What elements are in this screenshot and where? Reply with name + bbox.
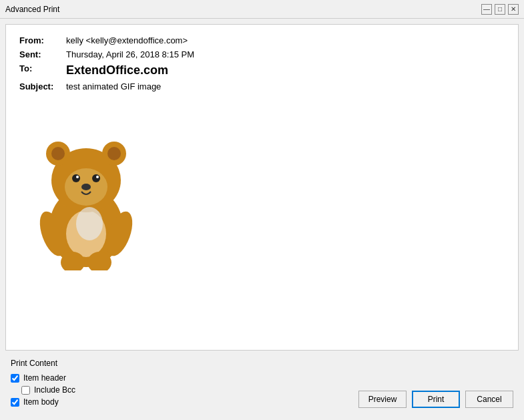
title-bar: Advanced Print — □ ✕ — [0, 0, 524, 19]
maximize-button[interactable]: □ — [495, 4, 505, 15]
item-header-row: Item header — [11, 373, 75, 383]
subject-label: Subject: — [19, 81, 66, 95]
svg-point-11 — [96, 176, 99, 178]
to-label: To: — [19, 63, 66, 81]
to-row: To: ExtendOffice.com — [19, 63, 505, 81]
close-button[interactable]: ✕ — [508, 4, 519, 15]
minimize-button[interactable]: — — [481, 4, 492, 15]
include-bcc-label: Include Bcc — [34, 385, 75, 395]
bear-image — [33, 110, 140, 270]
item-header-label: Item header — [23, 373, 66, 383]
from-label: From: — [19, 35, 66, 49]
include-bcc-row: Include Bcc — [21, 385, 75, 395]
email-header-table: From: kelly <kelly@extendoffice.com> Sen… — [19, 35, 505, 95]
svg-point-9 — [76, 176, 79, 178]
main-container: From: kelly <kelly@extendoffice.com> Sen… — [0, 19, 524, 420]
print-button[interactable]: Print — [412, 391, 460, 408]
to-value: ExtendOffice.com — [66, 63, 505, 81]
subject-value: test animated GIF image — [66, 81, 505, 95]
svg-point-10 — [92, 174, 100, 182]
from-value: kelly <kelly@extendoffice.com> — [66, 35, 505, 49]
subject-row: Subject: test animated GIF image — [19, 81, 505, 95]
item-body-label: Item body — [23, 397, 59, 407]
svg-point-4 — [51, 147, 65, 160]
email-body — [19, 103, 505, 272]
email-preview: From: kelly <kelly@extendoffice.com> Sen… — [5, 24, 519, 351]
svg-point-15 — [76, 207, 103, 240]
sent-row: Sent: Thursday, April 26, 2018 8:15 PM — [19, 49, 505, 63]
window-controls: — □ ✕ — [481, 4, 519, 15]
sent-value: Thursday, April 26, 2018 8:15 PM — [66, 49, 505, 63]
include-bcc-checkbox[interactable] — [21, 386, 30, 395]
item-body-checkbox[interactable] — [11, 398, 19, 407]
svg-point-8 — [72, 174, 80, 182]
svg-point-12 — [81, 184, 91, 190]
print-content-label: Print Content — [11, 359, 75, 368]
svg-point-6 — [107, 147, 121, 160]
print-content-section: Print Content Item header Include Bcc It… — [11, 359, 75, 407]
sent-label: Sent: — [19, 49, 66, 63]
preview-button[interactable]: Preview — [358, 391, 407, 408]
from-row: From: kelly <kelly@extendoffice.com> — [19, 35, 505, 49]
item-body-row: Item body — [11, 397, 75, 407]
cancel-button[interactable]: Cancel — [465, 391, 513, 408]
bottom-panel: Print Content Item header Include Bcc It… — [5, 355, 519, 415]
item-header-checkbox[interactable] — [11, 374, 19, 383]
window-title: Advanced Print — [5, 5, 59, 14]
buttons-section: Preview Print Cancel — [358, 391, 513, 411]
